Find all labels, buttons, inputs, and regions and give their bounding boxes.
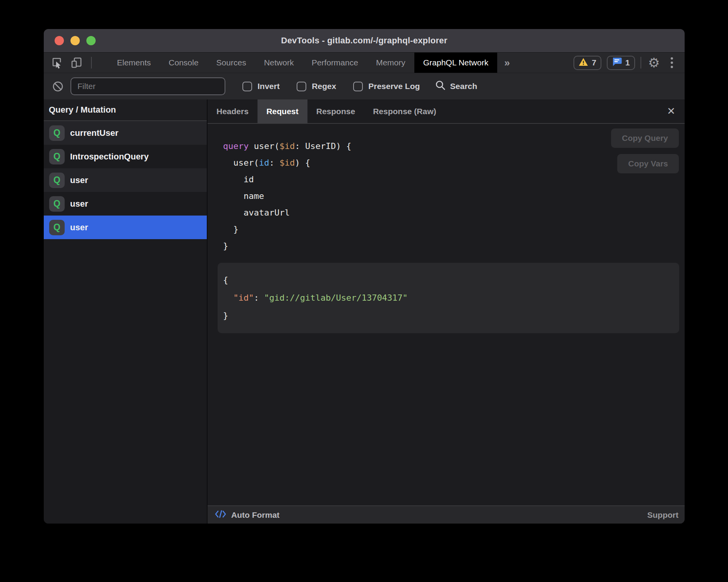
query-list-item-label: currentUser (70, 128, 118, 138)
query-list-item-label: IntrospectionQuery (70, 152, 149, 162)
devtools-toolbar: Elements Console Sources Network Perform… (44, 52, 685, 73)
filter-checkbox-row: Regex (297, 82, 336, 91)
request-detail-panel: Headers Request Response Response (Raw) … (208, 99, 685, 524)
filter-checkbox-row: Preserve Log (353, 82, 420, 91)
checkbox[interactable] (297, 82, 306, 91)
warning-count: 7 (592, 58, 596, 67)
query-list-item[interactable]: Q user (44, 216, 207, 239)
query-type-badge: Q (49, 173, 65, 188)
window-controls (55, 29, 96, 52)
more-options-icon[interactable] (667, 57, 677, 68)
detail-tab[interactable]: Headers (208, 99, 258, 123)
settings-icon[interactable]: ⚙ (647, 56, 661, 69)
devtools-tab-label: Console (169, 58, 199, 67)
code-format-icon (215, 509, 227, 520)
devtools-tab-label: Sources (216, 58, 246, 67)
detail-tab-label: Headers (216, 107, 249, 116)
devtools-tabs: Elements Console Sources Network Perform… (108, 53, 497, 73)
devtools-tab-label: Network (264, 58, 294, 67)
auto-format-button[interactable]: Auto Format (231, 510, 280, 520)
checkbox[interactable] (353, 82, 363, 91)
issues-count: 1 (625, 58, 630, 67)
detail-tab-label: Request (266, 107, 299, 116)
chevron-double-right-icon: » (504, 57, 510, 69)
request-content: query user($id: UserID) { user(id: $id) … (208, 124, 685, 505)
zoom-button[interactable] (86, 36, 96, 45)
detail-tab-label: Response (316, 107, 355, 116)
query-list-item[interactable]: Q IntrospectionQuery (44, 145, 207, 168)
search-icon (435, 80, 446, 92)
query-list-header: Query / Mutation (44, 99, 207, 121)
query-type-badge: Q (49, 149, 65, 164)
block-requests-icon[interactable] (52, 81, 64, 92)
search-label: Search (450, 82, 477, 91)
minimize-button[interactable] (70, 36, 80, 45)
devtools-window: DevTools - gitlab.com/-/graphql-explorer (44, 29, 685, 524)
detail-tabs: Headers Request Response Response (Raw) … (208, 99, 685, 124)
checkbox[interactable] (242, 82, 252, 91)
query-type-badge: Q (49, 125, 65, 141)
checkbox-label: Preserve Log (368, 82, 420, 91)
issues-badge[interactable]: 1 (607, 56, 635, 70)
devtools-tab-label: Memory (376, 58, 405, 67)
query-list-item[interactable]: Q user (44, 168, 207, 192)
toolbar-divider (640, 57, 641, 68)
query-list-item[interactable]: Q currentUser (44, 121, 207, 145)
close-detail-icon[interactable]: ✕ (667, 105, 675, 117)
query-list-item-label: user (70, 175, 88, 185)
inspect-element-icon[interactable] (51, 56, 63, 69)
detail-tab[interactable]: Response (Raw) (364, 99, 445, 123)
query-list: Q currentUser Q IntrospectionQuery Q use… (44, 121, 207, 524)
query-list-item-label: user (70, 223, 88, 233)
devtools-tab[interactable]: GraphQL Network (414, 53, 497, 73)
copy-query-button[interactable]: Copy Query (611, 128, 679, 148)
detail-tab-label: Response (Raw) (373, 107, 436, 116)
filter-bar: Invert Regex Preserve Log S (44, 73, 685, 99)
copy-vars-button[interactable]: Copy Vars (617, 154, 679, 173)
detail-tab[interactable]: Response (307, 99, 364, 123)
warnings-badge[interactable]: 7 (573, 56, 601, 70)
checkbox-label: Invert (258, 82, 280, 91)
devtools-tab[interactable]: Console (160, 53, 208, 73)
devtools-tab[interactable]: Elements (108, 53, 160, 73)
devtools-tab-label: Elements (117, 58, 151, 67)
devtools-tab-label: GraphQL Network (423, 58, 488, 67)
query-type-badge: Q (49, 196, 65, 212)
filter-checkboxes: Invert Regex Preserve Log (242, 82, 420, 91)
search-toggle[interactable]: Search (435, 80, 477, 92)
devtools-tab[interactable]: Memory (367, 53, 414, 73)
filter-checkbox-row: Invert (242, 82, 280, 91)
message-icon (612, 57, 622, 68)
query-list-item-label: user (70, 199, 88, 209)
device-toolbar-icon[interactable] (71, 56, 83, 69)
more-tabs-button[interactable]: » (497, 53, 517, 73)
devtools-tab[interactable]: Sources (208, 53, 255, 73)
filter-input[interactable] (70, 77, 225, 95)
detail-tab[interactable]: Request (258, 99, 307, 123)
query-list-panel: Query / Mutation Q currentUser Q Introsp… (44, 99, 208, 524)
devtools-tab[interactable]: Performance (303, 53, 367, 73)
query-list-item[interactable]: Q user (44, 192, 207, 216)
devtools-tab-label: Performance (312, 58, 358, 67)
devtools-tab[interactable]: Network (255, 53, 303, 73)
detail-footer: Auto Format Support (208, 505, 685, 524)
titlebar: DevTools - gitlab.com/-/graphql-explorer (44, 29, 685, 52)
query-type-badge: Q (49, 220, 65, 235)
query-variables-box: { "id": "gid://gitlab/User/13704317"} (218, 263, 679, 333)
warning-icon (579, 58, 588, 68)
support-link[interactable]: Support (647, 510, 678, 520)
close-button[interactable] (55, 36, 64, 45)
window-title: DevTools - gitlab.com/-/graphql-explorer (281, 36, 447, 46)
toolbar-divider (91, 57, 92, 68)
checkbox-label: Regex (312, 82, 336, 91)
